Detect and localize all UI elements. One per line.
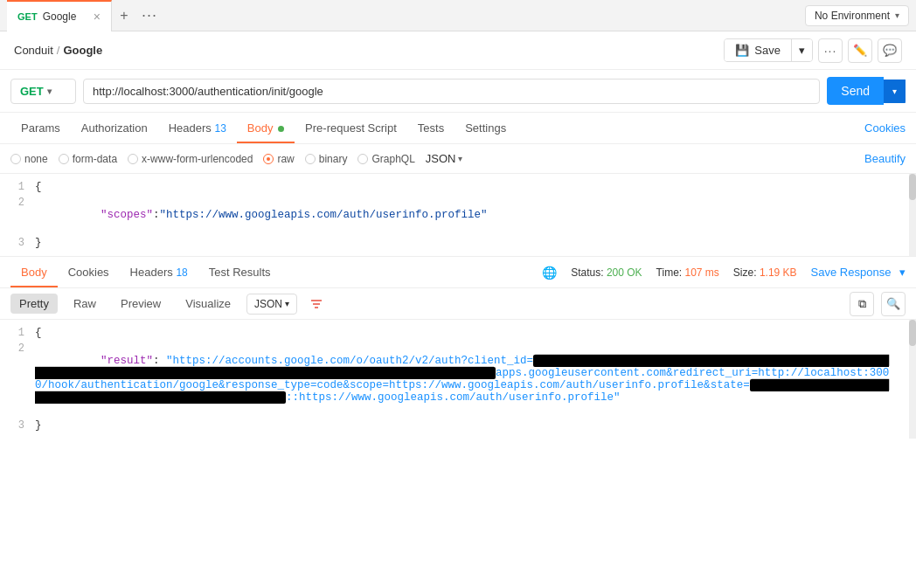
- radio-urlencoded-icon: [128, 154, 138, 164]
- dots-icon: ···: [824, 44, 837, 58]
- body-active-dot: [278, 126, 284, 132]
- response-scrollbar-thumb: [909, 320, 916, 346]
- body-type-raw[interactable]: raw: [263, 153, 294, 165]
- format-preview-button[interactable]: Preview: [112, 294, 170, 314]
- tab-close-button[interactable]: ×: [94, 10, 101, 23]
- json-chevron-icon: ▾: [458, 154, 462, 163]
- more-options-button[interactable]: ···: [818, 38, 843, 63]
- breadcrumb-current: Google: [63, 44, 102, 57]
- breadcrumb-separator: /: [57, 44, 60, 57]
- format-chevron-icon: ▾: [285, 299, 289, 308]
- format-pretty-button[interactable]: Pretty: [10, 294, 58, 314]
- search-response-button[interactable]: 🔍: [881, 292, 906, 316]
- body-type-binary[interactable]: binary: [305, 153, 348, 165]
- format-visualize-button[interactable]: Visualize: [177, 294, 239, 314]
- edit-button[interactable]: ✏️: [848, 38, 872, 63]
- response-time: 107 ms: [685, 266, 719, 279]
- format-type-selector[interactable]: JSON ▾: [246, 294, 297, 315]
- tab-label: Google: [43, 10, 77, 23]
- response-tab-body[interactable]: Body: [10, 259, 58, 287]
- tab-method: GET: [17, 11, 38, 22]
- body-type-urlencoded[interactable]: x-www-form-urlencoded: [128, 153, 253, 165]
- scrollbar-thumb: [909, 174, 916, 200]
- globe-icon: 🌐: [542, 266, 557, 280]
- tab-more-button[interactable]: ···: [136, 6, 163, 24]
- save-button-main[interactable]: 💾 Save: [725, 39, 792, 61]
- comment-button[interactable]: 💬: [878, 38, 902, 63]
- body-type-graphql[interactable]: GraphQL: [357, 153, 414, 165]
- tab-settings[interactable]: Settings: [455, 114, 517, 143]
- response-format-bar: Pretty Raw Preview Visualize JSON ▾ ⧉ 🔍: [0, 288, 916, 320]
- tab-google[interactable]: GET Google ×: [7, 0, 112, 31]
- request-body-editor[interactable]: 1 { 2 "scopes":"https://www.googleapis.c…: [0, 174, 916, 257]
- beautify-button[interactable]: Beautify: [864, 152, 906, 165]
- copy-icon: ⧉: [858, 297, 866, 311]
- response-editor-scrollbar[interactable]: [909, 320, 916, 439]
- environment-area: No Environment ▾: [805, 5, 909, 26]
- response-line-1: 1 {: [0, 325, 916, 341]
- tab-tests[interactable]: Tests: [407, 114, 455, 143]
- edit-icon: ✏️: [853, 44, 867, 57]
- response-size: 1.19 KB: [760, 266, 797, 279]
- send-dropdown-button[interactable]: ▾: [884, 80, 906, 103]
- breadcrumb-parent: Conduit: [14, 44, 53, 57]
- size-info: Size: 1.19 KB: [733, 266, 797, 279]
- response-tab-headers[interactable]: Headers 18: [120, 259, 198, 287]
- request-editor-scrollbar[interactable]: [909, 174, 916, 256]
- method-value: GET: [20, 85, 44, 98]
- json-type-selector[interactable]: JSON ▾: [426, 152, 462, 165]
- tab-pre-request[interactable]: Pre-request Script: [295, 114, 407, 143]
- method-chevron-icon: ▾: [47, 86, 52, 96]
- save-response-chevron-icon: ▾: [899, 266, 906, 279]
- response-line-3: 3 }: [0, 418, 916, 433]
- tab-headers[interactable]: Headers 13: [158, 114, 237, 143]
- request-line-3: 3 }: [0, 235, 916, 251]
- filter-icon: [309, 297, 323, 311]
- environment-label: No Environment: [815, 10, 890, 22]
- format-type-label: JSON: [254, 298, 282, 310]
- breadcrumb: Conduit / Google: [14, 44, 102, 57]
- request-tabs: Params Authorization Headers 13 Body Pre…: [0, 113, 916, 144]
- send-button-main[interactable]: Send: [827, 77, 884, 105]
- save-icon: 💾: [735, 44, 749, 57]
- radio-binary-icon: [305, 154, 316, 164]
- comment-icon: 💬: [883, 44, 897, 57]
- url-input[interactable]: [83, 79, 820, 104]
- save-button[interactable]: 💾 Save ▾: [724, 38, 813, 62]
- tab-authorization[interactable]: Authorization: [71, 114, 158, 143]
- filter-button[interactable]: [309, 297, 323, 311]
- radio-graphql-icon: [357, 154, 368, 164]
- send-button[interactable]: Send ▾: [827, 77, 906, 105]
- cookies-link[interactable]: Cookies: [864, 121, 906, 135]
- search-icon: 🔍: [886, 297, 900, 310]
- chevron-down-icon: ▾: [895, 10, 899, 20]
- body-type-selector: none form-data x-www-form-urlencoded raw…: [0, 144, 916, 174]
- response-status-area: 🌐 Status: 200 OK Time: 107 ms Size: 1.19…: [542, 266, 906, 280]
- tab-params[interactable]: Params: [10, 114, 71, 143]
- copy-response-button[interactable]: ⧉: [850, 292, 874, 316]
- radio-formdata-icon: [59, 154, 69, 164]
- time-info: Time: 107 ms: [656, 266, 719, 279]
- status-label: Status: 200 OK: [571, 266, 642, 279]
- request-line-1: 1 {: [0, 179, 916, 195]
- method-selector[interactable]: GET ▾: [10, 79, 76, 104]
- header-actions: 💾 Save ▾ ··· ✏️ 💬: [724, 38, 902, 63]
- response-tab-test-results[interactable]: Test Results: [198, 259, 281, 287]
- response-tab-cookies[interactable]: Cookies: [58, 259, 120, 287]
- save-label: Save: [754, 44, 781, 57]
- save-response-button[interactable]: Save Response ▾: [811, 266, 906, 279]
- radio-raw-icon: [263, 154, 274, 164]
- tab-bar: GET Google × + ··· No Environment ▾: [0, 0, 916, 31]
- tab-body[interactable]: Body: [237, 114, 295, 143]
- request-bar: GET ▾ Send ▾: [0, 70, 916, 113]
- body-type-form-data[interactable]: form-data: [59, 153, 117, 165]
- json-label: JSON: [426, 152, 456, 165]
- format-raw-button[interactable]: Raw: [65, 294, 105, 314]
- environment-selector[interactable]: No Environment ▾: [805, 5, 909, 26]
- body-type-none[interactable]: none: [10, 153, 48, 165]
- header-bar: Conduit / Google 💾 Save ▾ ··· ✏️ 💬: [0, 31, 916, 70]
- save-dropdown-button[interactable]: ▾: [792, 39, 812, 61]
- new-tab-button[interactable]: +: [112, 3, 136, 28]
- response-body-editor: 1 { 2 "result": "https://accounts.google…: [0, 320, 916, 439]
- radio-none-icon: [10, 154, 21, 164]
